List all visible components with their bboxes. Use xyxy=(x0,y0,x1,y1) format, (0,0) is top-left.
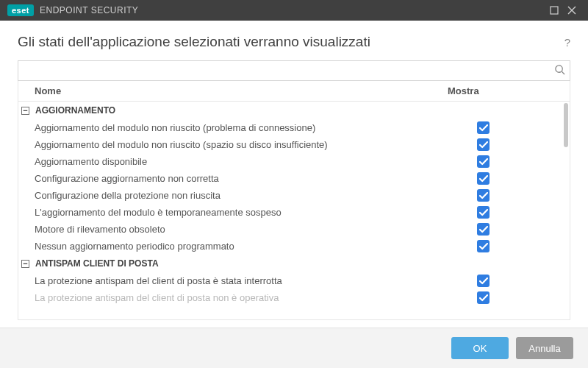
show-cell xyxy=(445,138,570,151)
group-label: AGGIORNAMENTO xyxy=(35,105,115,116)
search-bar xyxy=(18,60,570,81)
show-checkbox[interactable] xyxy=(477,138,490,151)
table-row[interactable]: Configurazione della protezione non rius… xyxy=(18,187,570,204)
table-row[interactable]: La protezione antispam del client di pos… xyxy=(18,272,570,289)
table-row[interactable]: Nessun aggiornamento periodico programma… xyxy=(18,238,570,255)
collapse-icon[interactable]: − xyxy=(21,107,29,115)
help-icon[interactable]: ? xyxy=(564,36,570,49)
minimize-button[interactable] xyxy=(545,1,563,19)
show-checkbox[interactable] xyxy=(477,291,490,304)
show-cell xyxy=(445,275,570,287)
table-row[interactable]: Aggiornamento disponibile xyxy=(18,153,570,170)
group-label: ANTISPAM CLIENT DI POSTA xyxy=(35,258,159,269)
table-body: −AGGIORNAMENTOAggiornamento del modulo n… xyxy=(18,102,570,319)
page-title: Gli stati dell'applicazione selezionati … xyxy=(18,34,564,50)
dialog-header: Gli stati dell'applicazione selezionati … xyxy=(0,21,588,60)
status-label: Nessun aggiornamento periodico programma… xyxy=(18,241,445,252)
status-label: Configurazione aggiornamento non corrett… xyxy=(18,173,445,184)
status-label: Aggiornamento del modulo non riuscito (p… xyxy=(18,122,445,133)
show-checkbox[interactable] xyxy=(477,223,490,236)
show-cell xyxy=(445,240,570,252)
column-show[interactable]: Mostra xyxy=(445,85,570,96)
close-button[interactable] xyxy=(563,1,581,19)
product-name: ENDPOINT SECURITY xyxy=(40,5,138,15)
status-label: La protezione antispam del client di pos… xyxy=(18,275,445,286)
show-checkbox[interactable] xyxy=(477,206,490,219)
table-row[interactable]: L'aggiornamento del modulo è temporaneam… xyxy=(18,204,570,221)
show-checkbox[interactable] xyxy=(477,155,490,168)
status-label: L'aggiornamento del modulo è temporaneam… xyxy=(18,207,445,218)
statuses-table: Nome Mostra −AGGIORNAMENTOAggiornamento … xyxy=(18,81,570,320)
show-cell xyxy=(445,172,570,185)
group-row[interactable]: −AGGIORNAMENTO xyxy=(18,102,570,119)
status-label: Motore di rilevamento obsoleto xyxy=(18,224,445,235)
show-checkbox[interactable] xyxy=(477,121,490,134)
show-cell xyxy=(445,155,570,168)
svg-point-1 xyxy=(556,66,562,72)
show-checkbox[interactable] xyxy=(477,240,490,252)
status-label: La protezione antispam del client di pos… xyxy=(18,292,445,303)
titlebar: eset ENDPOINT SECURITY xyxy=(0,0,588,21)
collapse-icon[interactable]: − xyxy=(21,260,29,268)
status-label: Configurazione della protezione non rius… xyxy=(18,190,445,201)
show-cell xyxy=(445,291,570,304)
show-checkbox[interactable] xyxy=(477,172,490,185)
cancel-button[interactable]: Annulla xyxy=(516,337,573,359)
table-header: Nome Mostra xyxy=(18,81,570,102)
table-row[interactable]: Aggiornamento del modulo non riuscito (s… xyxy=(18,136,570,153)
show-cell xyxy=(445,189,570,202)
show-checkbox[interactable] xyxy=(477,189,490,202)
show-checkbox[interactable] xyxy=(477,275,490,287)
ok-button[interactable]: OK xyxy=(451,337,509,359)
group-row[interactable]: −ANTISPAM CLIENT DI POSTA xyxy=(18,255,570,272)
column-name[interactable]: Nome xyxy=(18,85,445,96)
search-icon[interactable] xyxy=(554,64,565,77)
dialog-footer: OK Annulla xyxy=(0,328,588,368)
content-area: Nome Mostra −AGGIORNAMENTOAggiornamento … xyxy=(0,60,588,328)
show-cell xyxy=(445,223,570,236)
table-row[interactable]: Motore di rilevamento obsoleto xyxy=(18,221,570,238)
show-cell xyxy=(445,206,570,219)
brand-logo: eset xyxy=(7,4,34,16)
table-row[interactable]: Configurazione aggiornamento non corrett… xyxy=(18,170,570,187)
status-label: Aggiornamento del modulo non riuscito (s… xyxy=(18,139,445,150)
status-label: Aggiornamento disponibile xyxy=(18,156,445,167)
table-row[interactable]: Aggiornamento del modulo non riuscito (p… xyxy=(18,119,570,136)
svg-rect-0 xyxy=(551,7,558,14)
table-row[interactable]: La protezione antispam del client di pos… xyxy=(18,289,570,306)
show-cell xyxy=(445,121,570,134)
search-input[interactable] xyxy=(23,66,554,77)
